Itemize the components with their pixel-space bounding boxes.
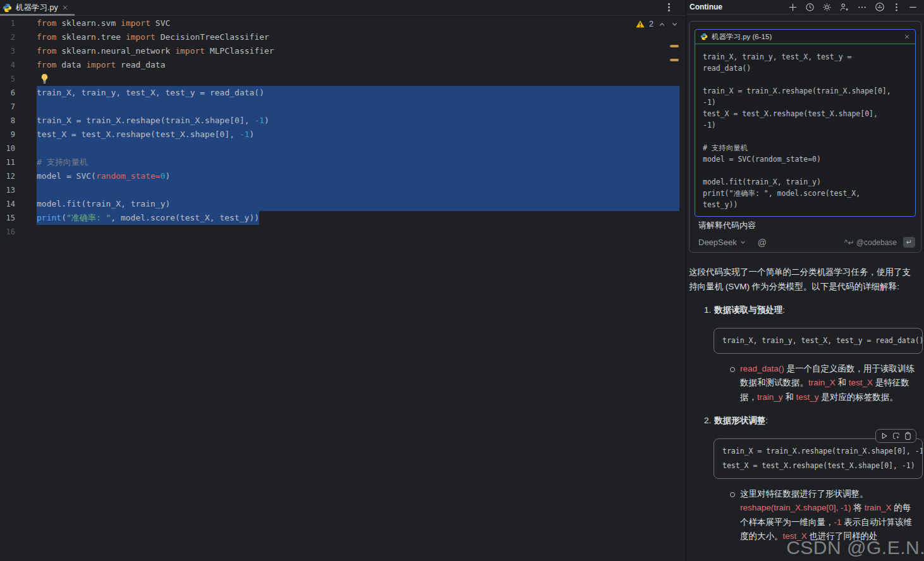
code-line-selected[interactable]: 7 (0, 100, 679, 114)
warning-icon (636, 20, 645, 28)
tab-machine-learning-py[interactable]: 机器学习.py (0, 0, 75, 15)
editor-pane: 机器学习.py 1from sklearn.svm import SVC 2fr… (0, 0, 686, 561)
chat-input-container[interactable]: 机器学习.py (6-15) train_X, train_y, test_X,… (689, 21, 921, 253)
context-item-header[interactable]: 机器学习.py (6-15) (695, 30, 915, 44)
editor-tab-bar: 机器学习.py (0, 0, 686, 16)
more-ellipsis-icon[interactable] (857, 3, 867, 12)
prev-problem-chevron-up-icon[interactable] (658, 20, 666, 28)
copy-code-clipboard-icon[interactable] (904, 431, 912, 440)
code-line[interactable]: 4from data import read_data (0, 58, 679, 72)
new-session-plus-icon[interactable] (788, 3, 798, 12)
hide-panel-minus-icon[interactable] (908, 3, 918, 12)
add-account-person-plus-icon[interactable] (839, 3, 849, 12)
context-item-chip: 机器学习.py (6-15) train_X, train_y, test_X,… (695, 29, 916, 217)
continue-panel-header: Continue (686, 0, 924, 15)
code-line-selected[interactable]: 6train_X, train_y, test_X, test_y = read… (0, 86, 679, 100)
history-clock-icon[interactable] (805, 3, 815, 12)
list-item-heading: 1.数据读取与预处理: (704, 303, 923, 318)
submit-enter-button[interactable]: ↵ (903, 237, 915, 248)
codebase-hint: ^↵ @codebase (844, 238, 897, 247)
code-line-selected[interactable]: 14model.fit(train_X, train_y) (0, 197, 679, 211)
code-line-selected[interactable]: 8train_X = train_X.reshape(train_X.shape… (0, 114, 679, 128)
settings-gear-icon[interactable] (822, 3, 832, 12)
add-context-at-button[interactable]: @ (758, 238, 767, 248)
response-bullet: read_data() 是一个自定义函数，用于读取训练数据和测试数据。train… (740, 362, 919, 405)
code-line[interactable]: 2from sklearn.tree import DecisionTreeCl… (0, 30, 679, 44)
model-selector[interactable]: DeepSeek (698, 238, 746, 247)
apps-dots-circle-icon[interactable] (875, 2, 885, 12)
code-line-selected[interactable]: 10 (0, 142, 679, 155)
python-file-icon (700, 33, 708, 40)
code-line-selected[interactable]: 11# 支持向量机 (0, 155, 679, 169)
editor-options-kebab-icon[interactable] (665, 3, 673, 12)
overview-ruler-warning-mark[interactable] (670, 59, 679, 61)
context-item-close-icon[interactable] (904, 33, 910, 40)
model-name: DeepSeek (698, 238, 737, 247)
code-line-selected[interactable]: 13 (0, 183, 679, 197)
lightbulb-icon[interactable] (40, 74, 49, 84)
panel-title: Continue (690, 3, 722, 11)
context-code-preview: train_X, train_y, test_X, test_y = read_… (695, 44, 915, 217)
assistant-response: 这段代码实现了一个简单的二分类机器学习任务，使用了支持向量机 (SVM) 作为分… (689, 265, 923, 544)
code-line-selected[interactable]: 9test_X = test_X.reshape(test_X.shape[0]… (0, 128, 679, 142)
tab-close-icon[interactable] (62, 4, 68, 11)
watermark: CSDN @G.E.N. (786, 537, 924, 558)
response-bullet: 这里对特征数据进行了形状调整。reshape(train_X.shape[0],… (740, 487, 919, 544)
python-file-icon (3, 3, 12, 13)
list-item-heading: 2.数据形状调整: (704, 414, 923, 428)
code-block-toolbar (875, 429, 916, 443)
continue-panel: Continue 机器学习.py (6-15) (686, 0, 924, 561)
code-line[interactable]: 5 (0, 72, 679, 86)
run-code-play-icon[interactable] (880, 431, 889, 440)
response-code-block: train_X = train_X.reshape(train_X.shape[… (714, 438, 923, 479)
code-line-selected[interactable]: 12model = SVC(random_state=0) (0, 169, 679, 183)
overview-ruler-warning-mark[interactable] (670, 45, 679, 47)
code-line[interactable]: 16 (0, 225, 679, 239)
response-intro: 这段代码实现了一个简单的二分类机器学习任务，使用了支持向量机 (SVM) 作为分… (689, 265, 923, 294)
context-item-title: 机器学习.py (6-15) (712, 32, 772, 42)
code-line[interactable]: 1from sklearn.svm import SVC (0, 16, 679, 30)
next-problem-chevron-down-icon[interactable] (671, 20, 679, 28)
user-prompt-text[interactable]: 请解释代码内容 (698, 220, 756, 231)
warning-count: 2 (649, 20, 653, 28)
response-code-block: train_X, train_y, test_X, test_y = read_… (714, 328, 923, 354)
code-area: 1from sklearn.svm import SVC 2from sklea… (0, 16, 679, 239)
tab-label: 机器学习.py (16, 3, 58, 13)
input-toolbar: DeepSeek @ ^↵ @codebase ↵ (698, 237, 915, 248)
code-line[interactable]: 3from sklearn.neural_network import MLPC… (0, 44, 679, 58)
problems-widget[interactable]: 2 (636, 20, 679, 28)
insert-at-cursor-icon[interactable] (892, 431, 901, 440)
chevron-down-icon (739, 239, 746, 246)
code-line-selected[interactable]: 15print("准确率: ", model.score(test_X, tes… (0, 211, 679, 225)
panel-kebab-menu-icon[interactable] (892, 3, 901, 12)
app-window: 机器学习.py 1from sklearn.svm import SVC 2fr… (0, 0, 924, 561)
